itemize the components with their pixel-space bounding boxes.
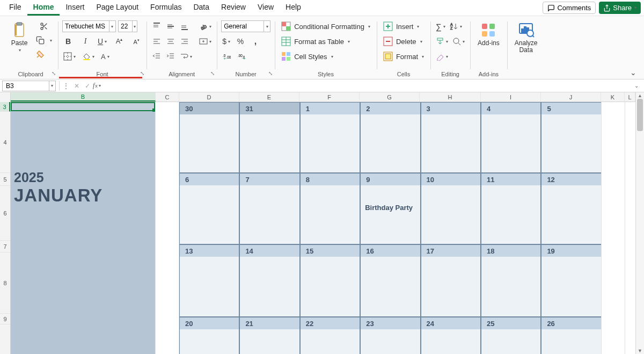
- col-header-I[interactable]: I: [481, 92, 541, 102]
- calendar-cell[interactable]: 7: [239, 173, 299, 244]
- borders-button[interactable]: ▾: [62, 50, 77, 62]
- paste-button[interactable]: Paste ▾: [8, 20, 31, 54]
- col-header-F[interactable]: F: [299, 92, 360, 102]
- calendar-cell[interactable]: 4: [481, 102, 541, 173]
- align-bottom-button[interactable]: [179, 20, 191, 32]
- calendar-cell[interactable]: 14: [239, 244, 299, 317]
- analyze-data-button[interactable]: Analyze Data: [511, 20, 541, 55]
- number-format-input[interactable]: [222, 23, 264, 30]
- calendar-cell[interactable]: 1: [300, 102, 360, 173]
- calendar-cell[interactable]: 26: [541, 317, 601, 354]
- dialog-launcher-icon[interactable]: ⤡: [268, 70, 273, 76]
- col-header-K[interactable]: K: [601, 92, 625, 102]
- name-box-input[interactable]: [3, 82, 49, 90]
- cells-area[interactable]: 2025 JANUARY 3031123456789Birthday Party…: [11, 102, 635, 354]
- fill-button[interactable]: ▾: [435, 35, 449, 47]
- comma-button[interactable]: ,: [250, 35, 261, 47]
- font-name-input[interactable]: [63, 23, 109, 30]
- calendar-cell[interactable]: 30: [179, 102, 239, 173]
- col-header-C[interactable]: C: [156, 92, 179, 102]
- menu-tab-home[interactable]: Home: [27, 0, 60, 16]
- row-header-7[interactable]: 7: [0, 241, 10, 252]
- scroll-up-icon[interactable]: ▲: [636, 93, 644, 98]
- percent-button[interactable]: %: [235, 35, 246, 47]
- scroll-down-icon[interactable]: ▼: [636, 348, 644, 353]
- menu-tab-page-layout[interactable]: Page Layout: [90, 0, 144, 16]
- currency-button[interactable]: $▾: [221, 35, 231, 47]
- enter-formula-button[interactable]: ✓: [82, 82, 93, 90]
- decrease-decimal-button[interactable]: .00.0: [236, 50, 248, 62]
- row-header-4[interactable]: 4: [0, 112, 10, 173]
- name-box[interactable]: ▾: [2, 81, 56, 91]
- menu-tab-help[interactable]: Help: [280, 0, 307, 16]
- expand-formula-bar-button[interactable]: ⌄: [629, 83, 644, 89]
- vertical-scrollbar[interactable]: ▲ ▼: [635, 92, 644, 354]
- decrease-font-button[interactable]: A▾: [130, 35, 142, 47]
- collapse-ribbon-button[interactable]: ⌄: [626, 68, 641, 77]
- addins-button[interactable]: Add-ins: [474, 20, 503, 48]
- align-middle-button[interactable]: [165, 20, 177, 32]
- row-header-3[interactable]: 3: [0, 102, 10, 112]
- chevron-down-icon[interactable]: ▾: [132, 21, 137, 32]
- chevron-down-icon[interactable]: ▾: [49, 81, 55, 91]
- align-left-button[interactable]: [151, 35, 163, 47]
- align-center-button[interactable]: [165, 35, 177, 47]
- col-header-G[interactable]: G: [360, 92, 420, 102]
- font-size-combo[interactable]: ▾: [118, 20, 137, 32]
- row-header-blank[interactable]: [0, 324, 10, 354]
- cell-styles-button[interactable]: Cell Styles▾: [279, 50, 372, 62]
- calendar-cell[interactable]: 18: [481, 244, 541, 317]
- chevron-down-icon[interactable]: ▾: [99, 83, 101, 88]
- find-select-button[interactable]: ▾: [451, 35, 466, 47]
- calendar-cell[interactable]: 13: [179, 244, 239, 317]
- cancel-formula-button[interactable]: ✕: [71, 82, 82, 90]
- menu-tab-formulas[interactable]: Formulas: [144, 0, 187, 16]
- chevron-down-icon[interactable]: ▾: [264, 21, 270, 32]
- autosum-button[interactable]: ∑▾: [435, 20, 447, 32]
- calendar-cell[interactable]: 2: [360, 102, 420, 173]
- row-header-9[interactable]: 9: [0, 314, 10, 324]
- col-header-H[interactable]: H: [420, 92, 481, 102]
- calendar-cell[interactable]: 25: [481, 317, 541, 354]
- copy-button[interactable]: [34, 34, 46, 46]
- dialog-launcher-icon[interactable]: ⤡: [210, 70, 215, 76]
- col-header-D[interactable]: D: [179, 92, 239, 102]
- align-top-button[interactable]: [151, 20, 163, 32]
- calendar-cell[interactable]: 17: [421, 244, 481, 317]
- row-header-8[interactable]: 8: [0, 252, 10, 314]
- calendar-cell[interactable]: 15: [300, 244, 360, 317]
- calendar-cell[interactable]: 16: [360, 244, 420, 317]
- calendar-cell[interactable]: 12: [541, 173, 601, 244]
- history-icon[interactable]: ⋮: [61, 82, 71, 90]
- sort-filter-button[interactable]: AZ▾: [449, 20, 463, 32]
- align-right-button[interactable]: [179, 35, 191, 47]
- format-as-table-button[interactable]: Format as Table▾: [279, 35, 372, 47]
- col-header-B[interactable]: B: [11, 92, 156, 102]
- menu-tab-data[interactable]: Data: [187, 0, 215, 16]
- bold-button[interactable]: B: [62, 35, 74, 47]
- dialog-launcher-icon[interactable]: ⤡: [52, 70, 56, 76]
- calendar-cell[interactable]: 10: [421, 173, 481, 244]
- format-cells-button[interactable]: Format▾: [381, 50, 426, 62]
- calendar-cell[interactable]: 9Birthday Party: [360, 173, 420, 244]
- menu-tab-insert[interactable]: Insert: [60, 0, 90, 16]
- menu-tab-file[interactable]: File: [3, 0, 27, 16]
- col-header-L[interactable]: L: [625, 92, 635, 102]
- conditional-formatting-button[interactable]: Conditional Formatting▾: [279, 20, 372, 32]
- calendar-cell[interactable]: 22: [300, 317, 360, 354]
- fill-color-button[interactable]: ▾: [81, 50, 96, 62]
- calendar-cell[interactable]: 31: [239, 102, 299, 173]
- underline-button[interactable]: U▾: [97, 35, 108, 47]
- calendar-cell[interactable]: 21: [239, 317, 299, 354]
- clear-button[interactable]: ▾: [435, 50, 449, 62]
- calendar-cell[interactable]: 5: [541, 102, 601, 173]
- calendar-cell[interactable]: 8: [300, 173, 360, 244]
- comments-button[interactable]: Comments: [543, 2, 596, 14]
- row-header-5[interactable]: 5: [0, 173, 10, 186]
- chevron-down-icon[interactable]: ▾: [48, 38, 54, 43]
- dialog-launcher-icon[interactable]: ⤡: [140, 70, 144, 76]
- calendar-cell[interactable]: 19: [541, 244, 601, 317]
- calendar-cell[interactable]: 20: [179, 317, 239, 354]
- increase-font-button[interactable]: A▴: [113, 35, 125, 47]
- font-name-combo[interactable]: ▾: [62, 20, 116, 32]
